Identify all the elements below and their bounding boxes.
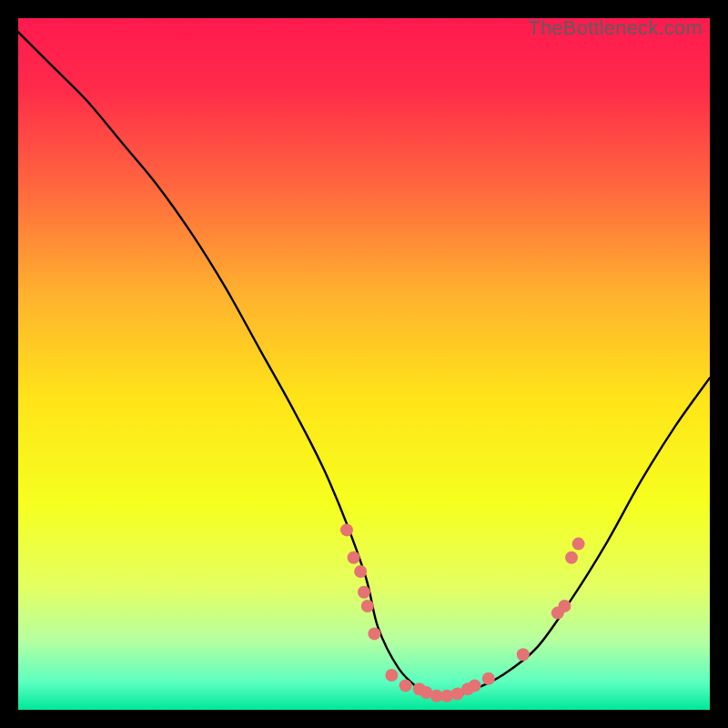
data-dot <box>385 669 398 682</box>
data-dot <box>361 600 374 612</box>
data-dot <box>482 672 495 685</box>
data-dot <box>572 538 585 551</box>
data-dot <box>469 679 481 692</box>
chart-frame: TheBottleneck.com <box>0 0 728 728</box>
data-dot <box>358 586 370 599</box>
plot-area: TheBottleneck.com <box>18 18 710 710</box>
data-dot <box>558 600 571 612</box>
data-dot <box>565 551 578 564</box>
data-dot <box>340 523 353 536</box>
data-dot <box>517 648 530 661</box>
data-dots <box>340 523 585 702</box>
watermark-text: TheBottleneck.com <box>528 18 703 40</box>
data-dot <box>399 679 412 692</box>
chart-svg <box>18 18 710 710</box>
data-dot <box>348 551 360 564</box>
data-dot <box>368 627 380 640</box>
data-dot <box>354 565 367 578</box>
